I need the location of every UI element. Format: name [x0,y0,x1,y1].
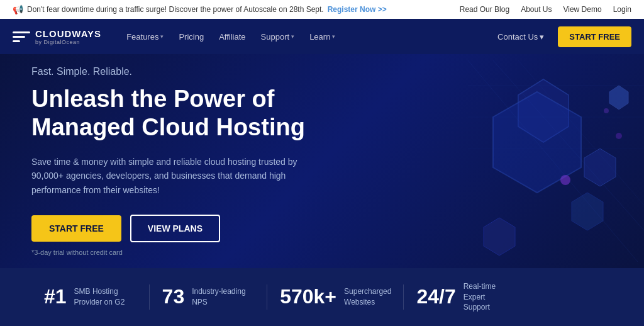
announcement-bar: 📢 Don't fear downtime during a traffic s… [0,0,644,19]
affiliate-nav-item[interactable]: Affiliate [213,27,252,47]
svg-marker-4 [584,149,616,186]
logo-line-3 [13,40,20,42]
contact-us-button[interactable]: Contact Us ▾ [491,27,550,47]
read-blog-link[interactable]: Read Our Blog [460,5,509,14]
features-nav-label: Features [126,32,158,42]
svg-marker-16 [484,218,515,256]
logo-brand: CLOUDWAYS [35,28,101,39]
stat-item-0: #1 SMB Hosting Provider on G2 [31,285,150,308]
svg-point-7 [560,175,570,185]
svg-point-8 [616,133,622,139]
hero-content: Fast. Simple. Reliable. Unleash the Powe… [31,66,321,256]
svg-marker-0 [518,79,569,142]
svg-point-9 [604,108,609,113]
svg-marker-5 [572,193,603,230]
pricing-nav-item[interactable]: Pricing [172,27,210,47]
trial-note: *3-day trial without credit card [31,249,321,256]
hero-title-line1: Unleash the Power of [31,86,274,112]
svg-line-12 [518,60,644,205]
view-demo-link[interactable]: View Demo [563,5,601,14]
stat-label-3: Real-time Expert Support [464,281,509,313]
start-free-nav-button[interactable]: START FREE [558,26,631,47]
hero-title: Unleash the Power of Managed Cloud Hosti… [31,85,321,142]
stat-item-3: 24/7 Real-time Expert Support [404,281,522,313]
stat-label-1: Industry-leading NPS [192,286,248,308]
hero-start-free-button[interactable]: START FREE [31,215,121,242]
hero-background-svg [342,54,644,268]
features-nav-item[interactable]: Features ▾ [120,27,170,47]
stat-number-2: 570k+ [280,285,336,308]
features-chevron-icon: ▾ [160,33,164,40]
hero-section: Fast. Simple. Reliable. Unleash the Powe… [0,54,644,268]
logo-line-2 [13,36,25,38]
svg-marker-2 [493,92,581,193]
logo-line-1 [13,31,30,33]
logo-icon [13,31,30,42]
svg-marker-6 [609,86,628,110]
register-now-link[interactable]: Register Now >> [328,5,387,14]
affiliate-nav-label: Affiliate [219,32,245,42]
stat-number-3: 24/7 [416,285,455,308]
support-nav-item[interactable]: Support ▾ [255,27,301,47]
stat-number-1: 73 [162,285,185,308]
contact-us-label: Contact Us [497,32,538,42]
stat-label-0: SMB Hosting Provider on G2 [74,286,131,308]
logo-text: CLOUDWAYS by DigitalOcean [35,28,101,45]
announcement-right: Read Our Blog About Us View Demo Login [460,5,631,14]
nav-left: CLOUDWAYS by DigitalOcean Features ▾ Pri… [13,27,341,47]
stats-bar: #1 SMB Hosting Provider on G2 73 Industr… [0,268,644,326]
contact-chevron-icon: ▾ [540,32,544,42]
svg-line-11 [493,60,644,230]
hero-title-line2: Managed Cloud Hosting [31,114,305,140]
logo-sub: by DigitalOcean [35,39,101,45]
hero-description: Save time & money with simple and reliab… [31,155,321,197]
stat-label-2: Supercharged Websites [344,286,391,308]
hero-view-plans-button[interactable]: VIEW PLANS [130,215,220,242]
hero-buttons: START FREE VIEW PLANS [31,215,321,242]
stat-item-2: 570k+ Supercharged Websites [267,285,404,308]
svg-line-10 [468,60,638,262]
svg-marker-1 [518,79,569,142]
announcement-left: 📢 Don't fear downtime during a traffic s… [13,4,387,14]
hero-tagline: Fast. Simple. Reliable. [31,66,321,77]
nav-right: Contact Us ▾ START FREE [491,26,631,47]
svg-marker-3 [493,92,581,193]
announcement-text: Don't fear downtime during a traffic sur… [27,5,324,14]
pricing-nav-label: Pricing [179,32,204,42]
support-nav-label: Support [261,32,290,42]
learn-nav-label: Learn [309,32,330,42]
stat-number-0: #1 [44,285,67,308]
learn-chevron-icon: ▾ [332,33,335,40]
learn-nav-item[interactable]: Learn ▾ [303,27,341,47]
about-us-link[interactable]: About Us [521,5,552,14]
main-navigation: CLOUDWAYS by DigitalOcean Features ▾ Pri… [0,19,644,54]
logo[interactable]: CLOUDWAYS by DigitalOcean [13,28,101,45]
login-link[interactable]: Login [613,5,631,14]
support-chevron-icon: ▾ [291,33,294,40]
megaphone-icon: 📢 [13,4,23,14]
stats-inner: #1 SMB Hosting Provider on G2 73 Industr… [31,281,522,313]
nav-links: Features ▾ Pricing Affiliate Support ▾ L… [120,27,341,47]
stat-item-1: 73 Industry-leading NPS [150,285,268,308]
